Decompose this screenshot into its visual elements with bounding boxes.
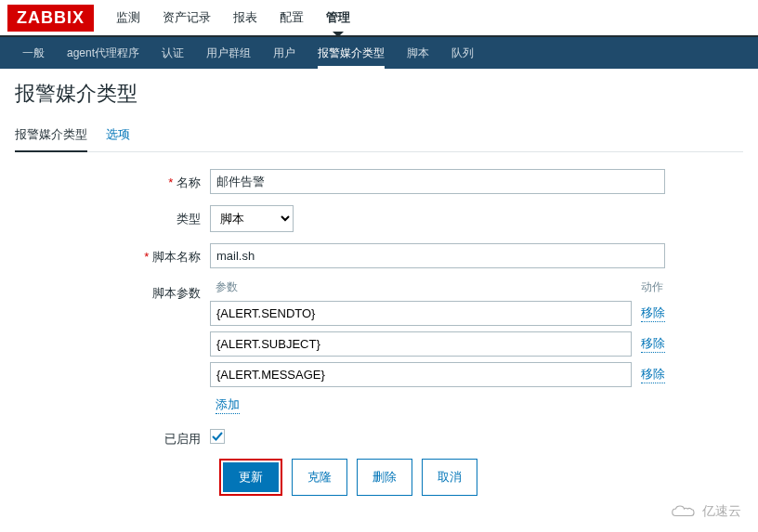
- topnav-item[interactable]: 配置: [268, 0, 315, 35]
- param-input[interactable]: [210, 301, 632, 326]
- script-name-label: 脚本名称: [71, 243, 210, 266]
- page-title: 报警媒介类型: [15, 80, 743, 108]
- subnav-item[interactable]: 脚本: [396, 37, 440, 69]
- watermark: 亿速云: [669, 502, 741, 507]
- remove-param-link[interactable]: 移除: [641, 335, 665, 353]
- watermark-text: 亿速云: [702, 503, 741, 507]
- tabs: 报警媒介类型选项: [15, 119, 743, 152]
- subnav-item[interactable]: 队列: [440, 37, 485, 69]
- type-label: 类型: [71, 205, 210, 227]
- name-input[interactable]: [210, 169, 665, 194]
- params-header-param: 参数: [216, 279, 238, 295]
- enabled-label: 已启用: [71, 425, 210, 448]
- topnav-item[interactable]: 监测: [105, 0, 151, 35]
- cloud-icon: [669, 502, 697, 507]
- cancel-button[interactable]: 取消: [422, 459, 477, 496]
- topnav-item[interactable]: 管理: [315, 0, 361, 35]
- remove-param-link[interactable]: 移除: [641, 366, 665, 383]
- top-navigation: 监测资产记录报表配置管理: [105, 0, 361, 35]
- check-icon: [212, 431, 223, 442]
- tab[interactable]: 选项: [106, 119, 130, 151]
- tab[interactable]: 报警媒介类型: [15, 119, 87, 152]
- subnav-item[interactable]: 报警媒介类型: [307, 37, 396, 69]
- script-name-input[interactable]: [210, 243, 665, 268]
- clone-button[interactable]: 克隆: [292, 459, 347, 496]
- update-button[interactable]: 更新: [223, 462, 279, 492]
- param-row: 移除: [210, 362, 665, 387]
- subnav-item[interactable]: 认证: [150, 37, 195, 69]
- topnav-item[interactable]: 资产记录: [151, 0, 222, 35]
- delete-button[interactable]: 删除: [357, 459, 412, 496]
- topnav-item[interactable]: 报表: [222, 0, 268, 35]
- param-input[interactable]: [210, 362, 632, 387]
- subnav-item[interactable]: 一般: [11, 37, 56, 69]
- subnav-item[interactable]: 用户: [262, 37, 307, 69]
- update-button-highlight: 更新: [219, 459, 282, 496]
- script-params-label: 脚本参数: [71, 279, 210, 302]
- params-header-action: 动作: [641, 279, 663, 295]
- subnav-item[interactable]: 用户群组: [195, 37, 262, 69]
- sub-navigation: 一般agent代理程序认证用户群组用户报警媒介类型脚本队列: [0, 37, 758, 69]
- name-label: 名称: [71, 169, 210, 191]
- subnav-item[interactable]: agent代理程序: [56, 37, 150, 69]
- param-row: 移除: [210, 301, 665, 326]
- enabled-checkbox[interactable]: [210, 429, 225, 444]
- type-select[interactable]: 脚本: [210, 205, 294, 232]
- remove-param-link[interactable]: 移除: [641, 305, 665, 322]
- zabbix-logo[interactable]: ZABBIX: [7, 5, 94, 32]
- add-param-link[interactable]: 添加: [216, 396, 240, 414]
- param-input[interactable]: [210, 331, 632, 357]
- param-row: 移除: [210, 331, 665, 357]
